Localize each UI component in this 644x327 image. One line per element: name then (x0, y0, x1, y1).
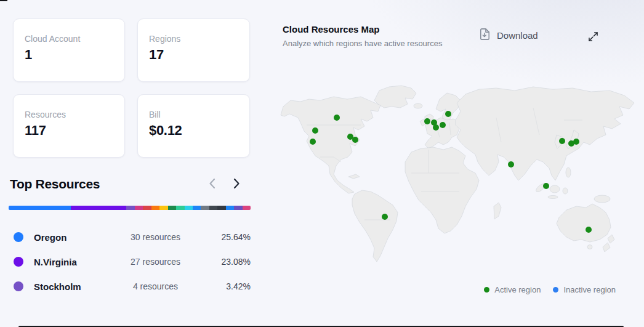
bar-segment[interactable] (71, 206, 127, 210)
region-name: Oregon (34, 232, 114, 243)
region-marker[interactable] (440, 122, 446, 128)
top-resources-section: Top Resources Oregon 30 resources 25.64% (9, 176, 251, 299)
bar-segment[interactable] (9, 206, 71, 210)
region-marker[interactable] (508, 161, 514, 168)
bar-segment[interactable] (234, 206, 242, 210)
legend-item-active: Active region (484, 285, 541, 294)
map-legend: Active region Inactive region (484, 285, 616, 294)
region-marker[interactable] (573, 139, 579, 145)
stat-label: Regions (149, 34, 238, 44)
resource-distribution-bar (9, 206, 251, 210)
map-title: Cloud Resources Map (283, 24, 380, 34)
region-marker[interactable] (382, 214, 388, 220)
next-page-button[interactable] (228, 176, 244, 192)
stat-value: 17 (149, 47, 238, 63)
expand-arrows-icon (587, 30, 600, 45)
stats-grid: Cloud Account 1 Regions 17 Resources 117… (13, 18, 250, 158)
region-marker[interactable] (586, 227, 592, 233)
stat-label: Bill (149, 110, 238, 119)
continents (281, 86, 634, 262)
bar-segment[interactable] (217, 206, 225, 210)
stat-value: $0.12 (149, 123, 238, 139)
region-marker[interactable] (433, 124, 439, 131)
prev-page-button[interactable] (204, 176, 220, 192)
bar-segment[interactable] (159, 206, 167, 210)
stat-card-bill: Bill $0.12 (137, 94, 250, 158)
bar-segment[interactable] (209, 206, 217, 210)
region-color-dot (14, 257, 23, 267)
region-name: Stockholm (34, 281, 114, 292)
screen-edge-artifact-top-left (0, 0, 7, 1)
bar-segment[interactable] (135, 206, 143, 210)
region-name: N.Virginia (34, 257, 114, 267)
region-marker[interactable] (312, 127, 318, 134)
region-color-dot (14, 281, 23, 291)
top-resources-title: Top Resources (10, 177, 100, 192)
bar-segment[interactable] (126, 206, 134, 210)
active-region-dot (484, 287, 489, 293)
region-percent: 25.64% (197, 232, 251, 242)
region-resource-count: 27 resources (114, 257, 197, 267)
list-item[interactable]: Oregon 30 resources 25.64% (9, 225, 251, 249)
bar-segment[interactable] (193, 206, 201, 210)
region-marker[interactable] (352, 137, 358, 143)
bar-segment[interactable] (151, 206, 159, 210)
stat-value: 117 (25, 123, 113, 139)
region-percent: 3.42% (197, 281, 251, 291)
download-file-icon (478, 27, 492, 43)
region-marker[interactable] (543, 183, 549, 189)
stat-label: Resources (25, 110, 113, 119)
bar-segment[interactable] (168, 206, 176, 210)
bar-segment[interactable] (143, 206, 151, 210)
download-button[interactable]: Download (478, 27, 538, 43)
download-button-label: Download (497, 30, 538, 41)
stat-card-resources: Resources 117 (13, 94, 125, 158)
inactive-region-dot (553, 287, 558, 293)
stat-label: Cloud Account (25, 34, 113, 44)
region-marker[interactable] (445, 111, 451, 117)
stat-card-regions: Regions 17 (137, 18, 250, 82)
world-map (275, 83, 644, 286)
region-marker[interactable] (334, 115, 340, 121)
region-color-dot (14, 232, 23, 242)
bar-segment[interactable] (201, 206, 209, 210)
map-subtitle: Analyze which regions have active resour… (283, 39, 442, 48)
legend-label: Active region (494, 285, 541, 294)
region-resource-count: 4 resources (114, 281, 197, 291)
list-item[interactable]: Stockholm 4 resources 3.42% (9, 274, 251, 299)
region-marker[interactable] (559, 138, 565, 144)
legend-item-inactive: Inactive region (553, 285, 616, 294)
region-percent: 23.08% (197, 257, 251, 267)
region-resource-count: 30 resources (114, 232, 197, 242)
region-marker[interactable] (424, 118, 430, 124)
cloud-resources-map-panel: Cloud Resources Map Analyze which region… (275, 17, 644, 310)
stat-value: 1 (25, 47, 113, 63)
expand-button[interactable] (584, 29, 602, 46)
bar-segment[interactable] (226, 206, 234, 210)
bar-segment[interactable] (176, 206, 184, 210)
bar-segment[interactable] (243, 206, 251, 210)
chevron-right-icon (233, 177, 241, 192)
bar-segment[interactable] (185, 206, 193, 210)
list-item[interactable]: N.Virginia 27 resources 23.08% (9, 249, 251, 274)
region-marker[interactable] (310, 139, 316, 145)
chevron-left-icon (208, 177, 216, 192)
resource-list: Oregon 30 resources 25.64% N.Virginia 27… (9, 225, 251, 299)
stat-card-cloud-account: Cloud Account 1 (13, 18, 125, 82)
legend-label: Inactive region (563, 285, 616, 294)
